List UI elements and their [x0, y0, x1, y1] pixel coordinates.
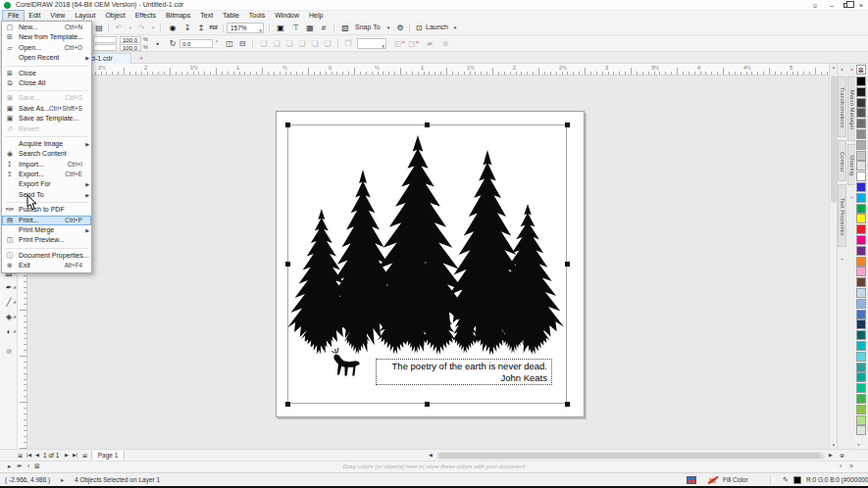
color-swatch[interactable]	[856, 161, 866, 171]
horizontal-scrollbar[interactable]	[436, 452, 825, 460]
color-swatch[interactable]	[856, 87, 866, 97]
first-page-icon[interactable]: |◀	[26, 452, 31, 458]
color-swatch[interactable]	[856, 299, 866, 309]
scale-y-field[interactable]: 100.0	[120, 44, 141, 51]
file-menu-item-print-preview[interactable]: ◫Print Preview...	[2, 235, 91, 245]
color-swatch[interactable]	[856, 267, 866, 276]
palette-more-icon[interactable]: »	[849, 463, 853, 469]
palette-overflow-icon[interactable]: »	[857, 441, 860, 447]
show-grid-icon[interactable]: ▦	[304, 23, 316, 33]
selection-handle[interactable]	[425, 402, 430, 407]
color-swatch[interactable]	[856, 383, 866, 393]
undo-icon[interactable]: ↶	[113, 23, 125, 33]
color-swatch[interactable]	[856, 129, 866, 139]
file-menu-item-close-all[interactable]: ⧉Close All	[2, 78, 91, 88]
next-page-icon[interactable]: ▶	[65, 452, 69, 458]
color-swatch[interactable]	[856, 182, 866, 192]
color-eyedropper-tool[interactable]: ✒◢	[2, 281, 16, 294]
launch-button[interactable]: Launch	[426, 24, 448, 30]
file-menu-item-acquire-image[interactable]: Acquire Image▶	[2, 139, 91, 149]
color-swatch[interactable]	[856, 415, 866, 425]
close-button[interactable]: ×	[856, 2, 866, 9]
outline-pen-tool[interactable]: ╱◢	[2, 296, 16, 309]
color-swatch[interactable]	[856, 363, 866, 372]
docker-add-button[interactable]: +	[838, 255, 846, 264]
file-menu-item-open[interactable]: ▱Open...Ctrl+O	[2, 43, 91, 53]
file-menu-item-close[interactable]: ⊠Close	[2, 69, 91, 78]
selection-handle[interactable]	[565, 402, 570, 407]
color-swatch[interactable]	[856, 372, 866, 382]
customize-toolbox-button[interactable]: ⊕	[2, 345, 16, 358]
docker-close-icon[interactable]: ×	[838, 66, 846, 74]
menu-help[interactable]: Help	[304, 11, 328, 21]
file-menu-item-send-to[interactable]: Send To▶	[2, 190, 91, 200]
menu-bitmaps[interactable]: Bitmaps	[161, 11, 195, 21]
file-menu-item-save-as[interactable]: ▣Save As...Ctrl+Shift+S	[2, 104, 91, 114]
file-menu-item-import[interactable]: ↧Import...Ctrl+I	[2, 160, 91, 170]
color-swatch[interactable]	[856, 319, 866, 329]
file-menu-item-open-recent[interactable]: Open Recent▶	[2, 53, 91, 63]
launch-icon[interactable]: ⊡	[413, 23, 425, 33]
color-swatch[interactable]	[856, 235, 866, 245]
last-page-icon[interactable]: ▶|	[73, 452, 77, 458]
trim-icon[interactable]: ❏	[283, 38, 295, 49]
color-swatch[interactable]	[856, 277, 866, 287]
zoom-fit-icon[interactable]: ⊕	[840, 452, 844, 459]
menu-object[interactable]: Object	[100, 11, 129, 21]
to-front-icon[interactable]: ◱×	[392, 38, 404, 49]
file-menu-item-export[interactable]: ↥Export...Ctrl+E	[2, 170, 91, 179]
color-swatch[interactable]	[856, 405, 866, 415]
menu-text[interactable]: Text	[195, 11, 218, 21]
show-rulers-icon[interactable]: ⊤	[290, 23, 302, 33]
selection-handle[interactable]	[425, 122, 430, 127]
color-swatch[interactable]	[856, 246, 866, 256]
group-objects-icon[interactable]: ❐	[342, 38, 354, 49]
zoom-level-combo[interactable]: 157% ▾	[227, 23, 264, 33]
add-page-left-button[interactable]: ⊞	[18, 452, 23, 459]
selection-handle[interactable]	[285, 122, 290, 127]
intersect-icon[interactable]: ❏	[296, 38, 308, 49]
lock-ratio-icon[interactable]: ▪	[152, 38, 164, 49]
color-swatch[interactable]	[856, 204, 866, 214]
color-swatch[interactable]	[856, 98, 866, 108]
document-tab[interactable]: d-1.cdr	[86, 53, 131, 64]
menu-table[interactable]: Table	[218, 11, 244, 21]
file-menu-item-exit[interactable]: ⊗ExitAlt+F4	[2, 261, 91, 270]
color-swatch[interactable]	[856, 330, 866, 340]
vertical-scrollbar[interactable]: ▲ ▼	[829, 64, 837, 449]
file-menu-item-export-for[interactable]: Export For▶	[2, 179, 91, 189]
previous-page-icon[interactable]: ◀	[35, 452, 39, 458]
color-swatch[interactable]	[856, 214, 866, 223]
color-swatch[interactable]	[856, 76, 866, 86]
color-swatch[interactable]	[856, 257, 866, 267]
color-swatch[interactable]	[856, 171, 866, 181]
redo-dropdown-icon[interactable]: ▾	[147, 23, 159, 33]
quote-text-frame[interactable]: The poetry of the earth is never dead. J…	[376, 359, 552, 385]
color-swatch[interactable]	[856, 341, 866, 351]
snap-to-dropdown-icon[interactable]: ▾	[383, 23, 394, 33]
object-width-field[interactable]	[93, 36, 117, 43]
account-icon[interactable]: ☺	[810, 2, 820, 9]
combine-icon[interactable]: ❏	[258, 38, 270, 49]
file-menu-item-print[interactable]: ▤Print...Ctrl+P	[2, 216, 91, 225]
color-swatch[interactable]	[856, 119, 866, 128]
color-swatch[interactable]	[856, 140, 866, 150]
front-minus-back-icon[interactable]: ❏	[322, 38, 333, 49]
color-swatch[interactable]	[856, 151, 866, 161]
selection-handle[interactable]	[565, 262, 570, 267]
scroll-right-icon[interactable]: ▶	[829, 452, 833, 458]
mirror-horizontal-icon[interactable]: ◫	[224, 38, 235, 49]
selection-handle[interactable]	[565, 122, 570, 127]
fullscreen-preview-icon[interactable]: ▣	[275, 23, 286, 33]
weld-icon[interactable]: ❏	[271, 38, 282, 49]
fill-tool[interactable]: ◈◢	[2, 311, 16, 323]
menu-edit[interactable]: Edit	[24, 11, 45, 21]
to-back-icon[interactable]: ◳×	[406, 38, 418, 49]
color-swatch[interactable]	[856, 394, 866, 404]
launch-dropdown-icon[interactable]: ▾	[449, 23, 461, 33]
outline-width-combo[interactable]: ▾	[357, 38, 386, 49]
welcome-screen-icon[interactable]: ▧	[339, 23, 351, 33]
pdf-icon[interactable]: PDF	[208, 23, 220, 33]
new-tab-button[interactable]: +	[136, 54, 146, 63]
menu-window[interactable]: Window	[270, 11, 304, 21]
